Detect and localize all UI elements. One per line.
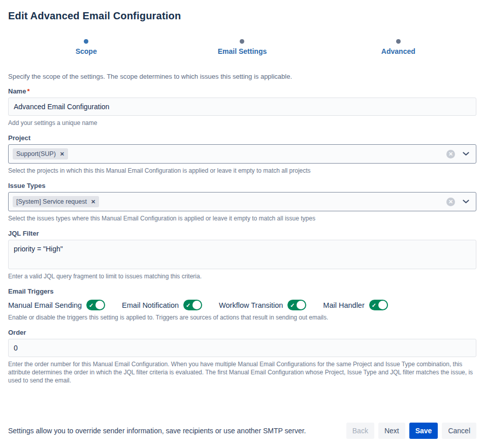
clear-select-icon[interactable]: ✕ bbox=[446, 198, 455, 206]
issue-type-tag: [System] Service request ✕ bbox=[13, 196, 99, 207]
email-notification-toggle[interactable]: ✓ bbox=[183, 300, 202, 310]
wizard-footer: Settings allow you to override sender in… bbox=[8, 423, 476, 440]
next-button[interactable]: Next bbox=[378, 423, 405, 439]
remove-tag-icon[interactable]: ✕ bbox=[91, 199, 95, 205]
step-label: Advanced bbox=[381, 47, 415, 55]
save-button[interactable]: Save bbox=[409, 423, 438, 439]
issue-types-field-label: Issue Types bbox=[8, 182, 476, 189]
email-triggers-row: Manual Email Sending ✓ Email Notificatio… bbox=[8, 300, 476, 310]
name-input[interactable] bbox=[8, 98, 476, 116]
chevron-down-icon[interactable] bbox=[463, 152, 469, 156]
manual-email-sending-toggle[interactable]: ✓ bbox=[86, 300, 105, 310]
back-button[interactable]: Back bbox=[346, 423, 374, 439]
step-scope[interactable]: Scope bbox=[8, 39, 164, 55]
check-icon: ✓ bbox=[372, 302, 376, 308]
trigger-email-notification: Email Notification ✓ bbox=[122, 300, 202, 310]
order-input[interactable] bbox=[8, 339, 476, 357]
trigger-label: Manual Email Sending bbox=[8, 301, 82, 309]
mail-handler-toggle[interactable]: ✓ bbox=[369, 300, 388, 310]
trigger-workflow-transition: Workflow Transition ✓ bbox=[219, 300, 306, 310]
toggle-knob bbox=[378, 301, 387, 309]
step-dot-icon bbox=[240, 39, 244, 44]
check-icon: ✓ bbox=[290, 302, 295, 308]
toggle-knob bbox=[192, 301, 201, 309]
jql-filter-helper-text: Enter a valid JQL query fragment to limi… bbox=[8, 272, 476, 280]
required-asterisk: * bbox=[27, 87, 29, 95]
name-helper-text: Add your settings a unique name bbox=[8, 119, 476, 127]
check-icon: ✓ bbox=[89, 302, 93, 308]
project-field-label: Project bbox=[8, 134, 476, 142]
issue-type-tag-label: [System] Service request bbox=[16, 198, 87, 205]
footer-note: Settings allow you to override sender in… bbox=[8, 427, 306, 435]
step-label: Email Settings bbox=[218, 47, 267, 55]
step-dot-icon bbox=[396, 39, 401, 44]
project-tag: Support(SUP) ✕ bbox=[13, 148, 68, 159]
trigger-manual-email-sending: Manual Email Sending ✓ bbox=[8, 300, 105, 310]
step-advanced[interactable]: Advanced bbox=[320, 39, 476, 55]
trigger-label: Email Notification bbox=[122, 301, 179, 309]
edit-advanced-email-configuration-page: Edit Advanced Email Configuration Scope … bbox=[0, 0, 486, 448]
toggle-knob bbox=[297, 301, 305, 309]
step-dot-active-icon bbox=[84, 39, 88, 44]
order-helper-text: Enter the order number for this Manual E… bbox=[8, 360, 476, 385]
chevron-down-icon[interactable] bbox=[463, 200, 469, 204]
workflow-transition-toggle[interactable]: ✓ bbox=[287, 300, 306, 310]
project-helper-text: Select the projects in which this this M… bbox=[8, 167, 476, 175]
project-select[interactable]: Support(SUP) ✕ ✕ bbox=[8, 144, 476, 164]
step-label: Scope bbox=[76, 47, 97, 55]
trigger-mail-handler: Mail Handler ✓ bbox=[323, 300, 387, 310]
order-field-label: Order bbox=[8, 329, 476, 336]
wizard-stepper: Scope Email Settings Advanced bbox=[8, 39, 476, 55]
issue-types-helper-text: Select the issues types where this Manua… bbox=[8, 214, 476, 222]
trigger-label: Mail Handler bbox=[323, 301, 364, 309]
toggle-knob bbox=[95, 301, 104, 309]
cancel-button[interactable]: Cancel bbox=[442, 423, 476, 439]
trigger-label: Workflow Transition bbox=[219, 301, 283, 309]
project-tag-label: Support(SUP) bbox=[16, 150, 56, 157]
jql-filter-field-label: JQL Filter bbox=[8, 230, 476, 237]
remove-tag-icon[interactable]: ✕ bbox=[60, 151, 64, 157]
name-field-label: Name* bbox=[8, 87, 476, 95]
page-title: Edit Advanced Email Configuration bbox=[8, 10, 476, 22]
check-icon: ✓ bbox=[186, 302, 190, 308]
scope-description: Specify the scope of the settings. The s… bbox=[8, 73, 476, 80]
jql-filter-input[interactable]: priority = "High" bbox=[8, 240, 476, 269]
step-email-settings[interactable]: Email Settings bbox=[164, 39, 320, 55]
email-triggers-helper-text: Enable or disable the triggers this sett… bbox=[8, 313, 476, 322]
clear-select-icon[interactable]: ✕ bbox=[446, 150, 455, 158]
email-triggers-field-label: Email Triggers bbox=[8, 287, 476, 295]
issue-types-select[interactable]: [System] Service request ✕ ✕ bbox=[8, 192, 476, 211]
